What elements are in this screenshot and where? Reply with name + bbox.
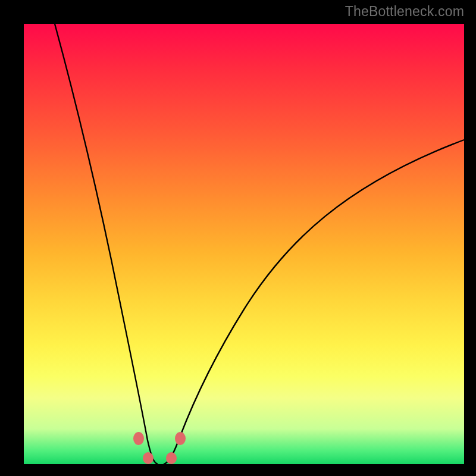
marker-dot: [143, 452, 154, 464]
marker-dot: [175, 432, 186, 445]
chart-frame: TheBottleneck.com: [0, 0, 476, 476]
curve-left: [55, 24, 158, 464]
curve-right: [164, 140, 464, 464]
marker-group: [133, 432, 186, 464]
plot-area: [24, 24, 464, 464]
marker-dot: [166, 452, 177, 464]
marker-dot: [133, 432, 144, 445]
chart-svg: [24, 24, 464, 464]
watermark-text: TheBottleneck.com: [345, 4, 464, 20]
